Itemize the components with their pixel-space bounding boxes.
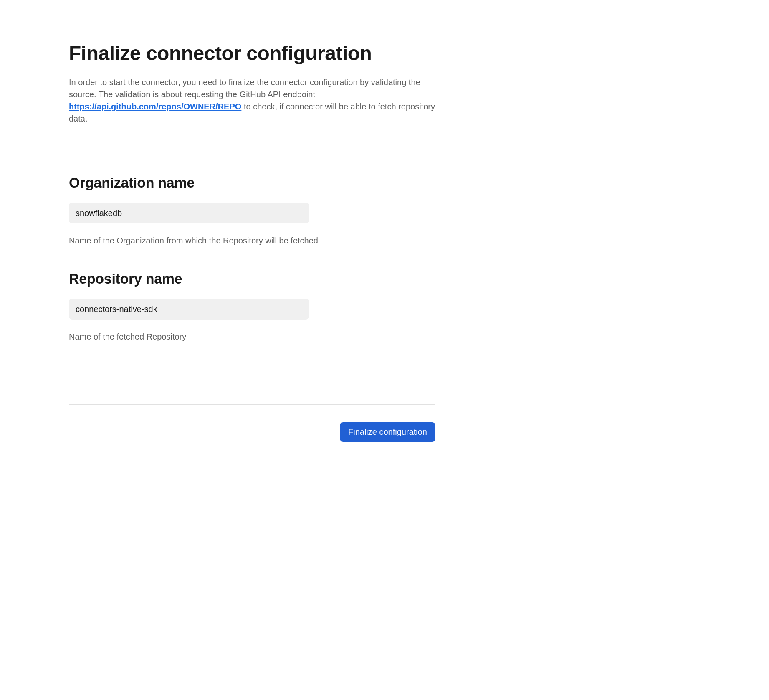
organization-label: Organization name [69, 175, 435, 191]
repository-help: Name of the fetched Repository [69, 332, 435, 342]
divider [69, 150, 435, 150]
organization-input[interactable] [69, 203, 309, 223]
page-title: Finalize connector configuration [69, 42, 435, 65]
page-description: In order to start the connector, you nee… [69, 76, 435, 125]
organization-section: Organization name Name of the Organizati… [69, 175, 435, 246]
repository-section: Repository name Name of the fetched Repo… [69, 271, 435, 342]
description-prefix: In order to start the connector, you nee… [69, 78, 420, 99]
repository-input[interactable] [69, 299, 309, 320]
divider [69, 404, 435, 405]
organization-help: Name of the Organization from which the … [69, 236, 435, 246]
repository-label: Repository name [69, 271, 435, 287]
finalize-button[interactable]: Finalize configuration [340, 422, 435, 442]
github-api-link[interactable]: https://api.github.com/repos/OWNER/REPO [69, 102, 241, 111]
action-row: Finalize configuration [69, 422, 435, 442]
